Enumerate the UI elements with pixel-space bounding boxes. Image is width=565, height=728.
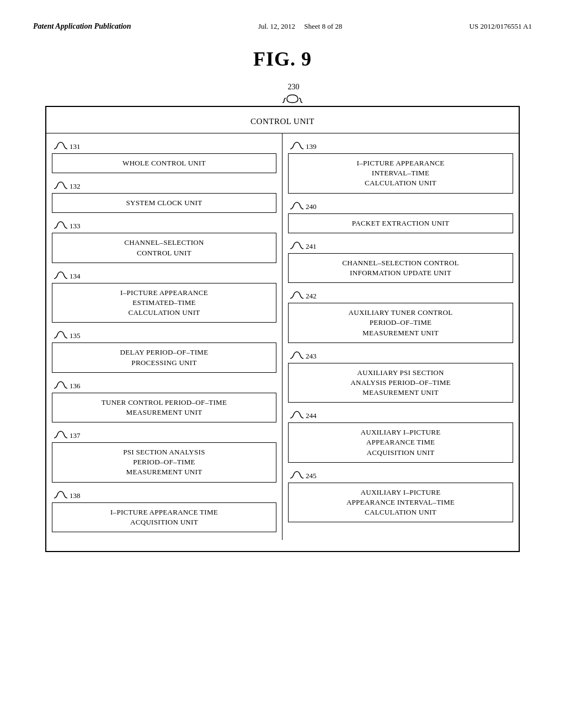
ref-row-245: 245 [288, 470, 513, 481]
unit-entry-right-243: 243AUXILIARY PSI SECTIONANALYSIS PERIOD–… [288, 351, 513, 403]
unit-box-134: I–PICTURE APPEARANCEESTIMATED–TIMECALCUL… [52, 283, 276, 323]
left-column: 131WHOLE CONTROL UNIT132SYSTEM CLOCK UNI… [46, 133, 282, 540]
unit-entry-right-245: 245AUXILIARY I–PICTUREAPPEARANCE INTERVA… [288, 470, 513, 523]
curl-icon-136 [52, 381, 67, 392]
header-patent-number: US 2012/0176551 A1 [470, 22, 532, 31]
ref-number-137: 137 [70, 431, 81, 440]
curl-icon-138 [52, 490, 67, 501]
unit-entry-left-131: 131WHOLE CONTROL UNIT [52, 141, 276, 173]
unit-box-136: TUNER CONTROL PERIOD–OF–TIMEMEASUREMENT … [52, 393, 276, 422]
curl-icon-242 [288, 291, 303, 302]
ref-number-136: 136 [70, 382, 81, 390]
ref-row-139: 139 [288, 141, 513, 152]
ref-number-132: 132 [70, 182, 81, 191]
curl-icon-244 [288, 410, 303, 421]
outer-title: CONTROL UNIT [46, 113, 519, 133]
ref-number-133: 133 [70, 222, 81, 231]
ref-row-131: 131 [52, 141, 276, 152]
unit-box-139: I–PICTURE APPEARANCEINTERVAL–TIMECALCULA… [288, 153, 513, 194]
ref-row-243: 243 [288, 351, 513, 362]
unit-box-243: AUXILIARY PSI SECTIONANALYSIS PERIOD–OF–… [288, 363, 513, 403]
page: Patent Application Publication Jul. 12, … [0, 0, 565, 728]
unit-entry-left-132: 132SYSTEM CLOCK UNIT [52, 181, 276, 213]
unit-entry-right-241: 241CHANNEL–SELECTION CONTROLINFORMATION … [288, 241, 513, 283]
right-column: 139I–PICTURE APPEARANCEINTERVAL–TIMECALC… [282, 133, 519, 540]
unit-box-137: PSI SECTION ANALYSISPERIOD–OF–TIMEMEASUR… [52, 442, 276, 483]
ref-row-136: 136 [52, 381, 276, 392]
curl-icon-240 [288, 201, 303, 212]
figure-title: FIG. 9 [33, 47, 532, 71]
curl-icon-133 [52, 221, 67, 232]
unit-box-241: CHANNEL–SELECTION CONTROLINFORMATION UPD… [288, 253, 513, 283]
curl-icon-135 [52, 330, 67, 341]
top-ref-area: 230 [56, 82, 531, 92]
ref-row-244: 244 [288, 410, 513, 421]
ref-number-134: 134 [70, 272, 81, 281]
curl-icon-132 [52, 181, 67, 192]
ref-row-135: 135 [52, 330, 276, 341]
unit-entry-right-240: 240PACKET EXTRACTION UNIT [288, 201, 513, 233]
unit-box-131: WHOLE CONTROL UNIT [52, 153, 276, 173]
unit-entry-left-133: 133CHANNEL–SELECTIONCONTROL UNIT [52, 221, 276, 263]
unit-entry-left-135: 135DELAY PERIOD–OF–TIMEPROCESSING UNIT [52, 330, 276, 372]
ref-row-134: 134 [52, 271, 276, 282]
ref-number-139: 139 [306, 142, 317, 151]
ref-number-131: 131 [70, 142, 81, 151]
two-column-layout: 131WHOLE CONTROL UNIT132SYSTEM CLOCK UNI… [46, 133, 519, 540]
unit-box-245: AUXILIARY I–PICTUREAPPEARANCE INTERVAL–T… [288, 483, 513, 523]
unit-entry-left-138: 138I–PICTURE APPEARANCE TIMEACQUISITION … [52, 490, 276, 532]
header-publication: Patent Application Publication [33, 22, 131, 31]
unit-box-135: DELAY PERIOD–OF–TIMEPROCESSING UNIT [52, 342, 276, 372]
unit-entry-right-242: 242AUXILIARY TUNER CONTROLPERIOD–OF–TIME… [288, 291, 513, 343]
ref-row-133: 133 [52, 221, 276, 232]
ref-row-137: 137 [52, 430, 276, 441]
ref-row-132: 132 [52, 181, 276, 192]
unit-entry-right-244: 244AUXILIARY I–PICTUREAPPEARANCE TIMEACQ… [288, 410, 513, 463]
ref-number-138: 138 [70, 491, 81, 500]
unit-entry-right-139: 139I–PICTURE APPEARANCEINTERVAL–TIMECALC… [288, 141, 513, 194]
ref-number-135: 135 [70, 331, 81, 340]
curl-icon-241 [288, 241, 303, 252]
unit-box-242: AUXILIARY TUNER CONTROLPERIOD–OF–TIMEMEA… [288, 303, 513, 343]
curl-icon-139 [288, 141, 303, 152]
top-ref-number: 230 [288, 83, 300, 91]
ref-row-241: 241 [288, 241, 513, 252]
ref-number-242: 242 [306, 292, 317, 301]
curl-icon-245 [288, 470, 303, 481]
ref-row-138: 138 [52, 490, 276, 501]
ref-row-240: 240 [288, 201, 513, 212]
outer-box: CONTROL UNIT 131WHOLE CONTROL UNIT132SYS… [45, 106, 520, 552]
header-date-sheet: Jul. 12, 2012 Sheet 8 of 28 [258, 22, 342, 31]
unit-entry-left-137: 137PSI SECTION ANALYSISPERIOD–OF–TIMEMEA… [52, 430, 276, 483]
header-sheet: Sheet 8 of 28 [304, 22, 342, 30]
header-date: Jul. 12, 2012 [258, 22, 295, 30]
unit-entry-left-136: 136TUNER CONTROL PERIOD–OF–TIMEMEASUREME… [52, 381, 276, 422]
curl-symbol [55, 94, 530, 106]
curl-icon-243 [288, 351, 303, 362]
ref-number-245: 245 [306, 472, 317, 480]
curl-icon-137 [52, 430, 67, 441]
unit-box-138: I–PICTURE APPEARANCE TIMEACQUISITION UNI… [52, 502, 276, 532]
ref-number-244: 244 [306, 411, 317, 420]
ref-number-241: 241 [306, 242, 317, 251]
ref-number-243: 243 [306, 352, 317, 361]
unit-entry-left-134: 134I–PICTURE APPEARANCEESTIMATED–TIMECAL… [52, 271, 276, 323]
page-header: Patent Application Publication Jul. 12, … [33, 22, 532, 31]
ref-number-240: 240 [306, 202, 317, 211]
curl-icon-134 [52, 271, 67, 282]
unit-box-240: PACKET EXTRACTION UNIT [288, 213, 513, 233]
diagram: 230 CONTROL UNIT 131WHOLE CONTROL UNIT13… [45, 82, 520, 552]
curl-icon-131 [52, 141, 67, 152]
ref-row-242: 242 [288, 291, 513, 302]
unit-box-244: AUXILIARY I–PICTUREAPPEARANCE TIMEACQUIS… [288, 422, 513, 463]
unit-box-133: CHANNEL–SELECTIONCONTROL UNIT [52, 233, 276, 263]
unit-box-132: SYSTEM CLOCK UNIT [52, 193, 276, 213]
